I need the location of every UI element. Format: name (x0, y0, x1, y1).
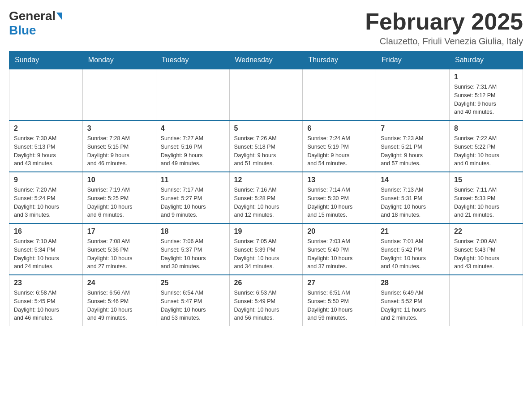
day-number: 5 (234, 124, 298, 133)
day-number: 25 (161, 279, 225, 287)
calendar-table: SundayMondayTuesdayWednesdayThursdayFrid… (9, 51, 523, 326)
calendar-cell: 15Sunrise: 7:11 AM Sunset: 5:33 PM Dayli… (450, 172, 523, 223)
day-number: 1 (454, 73, 518, 81)
logo-arrow-icon (56, 13, 62, 20)
calendar-cell: 6Sunrise: 7:24 AM Sunset: 5:19 PM Daylig… (303, 120, 376, 172)
calendar-week-3: 9Sunrise: 7:20 AM Sunset: 5:24 PM Daylig… (9, 172, 523, 223)
month-title: February 2025 (365, 9, 523, 34)
day-number: 11 (161, 176, 225, 184)
calendar-cell: 22Sunrise: 7:00 AM Sunset: 5:43 PM Dayli… (450, 223, 523, 275)
day-info: Sunrise: 7:16 AM Sunset: 5:28 PM Dayligh… (234, 186, 298, 219)
calendar-cell: 28Sunrise: 6:49 AM Sunset: 5:52 PM Dayli… (376, 275, 450, 326)
day-info: Sunrise: 7:19 AM Sunset: 5:25 PM Dayligh… (87, 186, 151, 219)
day-info: Sunrise: 7:06 AM Sunset: 5:37 PM Dayligh… (161, 237, 225, 271)
day-info: Sunrise: 6:49 AM Sunset: 5:52 PM Dayligh… (381, 289, 445, 322)
weekday-header-monday: Monday (82, 51, 156, 69)
day-info: Sunrise: 7:08 AM Sunset: 5:36 PM Dayligh… (87, 237, 151, 271)
calendar-cell: 2Sunrise: 7:30 AM Sunset: 5:13 PM Daylig… (9, 120, 83, 172)
weekday-header-row: SundayMondayTuesdayWednesdayThursdayFrid… (9, 51, 523, 69)
calendar-cell: 13Sunrise: 7:14 AM Sunset: 5:30 PM Dayli… (303, 172, 376, 223)
day-number: 8 (454, 124, 518, 133)
calendar-cell (156, 69, 229, 120)
day-info: Sunrise: 7:31 AM Sunset: 5:12 PM Dayligh… (454, 83, 518, 116)
day-number: 26 (234, 279, 298, 287)
calendar-week-5: 23Sunrise: 6:58 AM Sunset: 5:45 PM Dayli… (9, 275, 523, 326)
day-info: Sunrise: 7:03 AM Sunset: 5:40 PM Dayligh… (307, 237, 371, 271)
location-title: Clauzetto, Friuli Venezia Giulia, Italy (365, 36, 523, 47)
day-number: 7 (381, 124, 445, 133)
day-info: Sunrise: 6:56 AM Sunset: 5:46 PM Dayligh… (87, 289, 151, 322)
day-number: 15 (454, 176, 518, 184)
day-info: Sunrise: 7:23 AM Sunset: 5:21 PM Dayligh… (381, 134, 445, 168)
title-block: February 2025 Clauzetto, Friuli Venezia … (365, 9, 523, 47)
calendar-week-1: 1Sunrise: 7:31 AM Sunset: 5:12 PM Daylig… (9, 69, 523, 120)
calendar-cell: 3Sunrise: 7:28 AM Sunset: 5:15 PM Daylig… (82, 120, 156, 172)
day-number: 9 (14, 176, 78, 184)
day-number: 24 (87, 279, 151, 287)
calendar-cell: 8Sunrise: 7:22 AM Sunset: 5:22 PM Daylig… (450, 120, 523, 172)
day-info: Sunrise: 7:26 AM Sunset: 5:18 PM Dayligh… (234, 134, 298, 168)
day-number: 13 (307, 176, 371, 184)
weekday-header-saturday: Saturday (450, 51, 523, 69)
day-number: 2 (14, 124, 78, 133)
calendar-cell: 18Sunrise: 7:06 AM Sunset: 5:37 PM Dayli… (156, 223, 229, 275)
day-number: 22 (454, 227, 518, 235)
day-info: Sunrise: 7:20 AM Sunset: 5:24 PM Dayligh… (14, 186, 78, 219)
calendar-cell (82, 69, 156, 120)
logo-blue-text: Blue (9, 23, 36, 37)
day-number: 17 (87, 227, 151, 235)
day-number: 16 (14, 227, 78, 235)
day-info: Sunrise: 6:54 AM Sunset: 5:47 PM Dayligh… (161, 289, 225, 322)
day-info: Sunrise: 7:00 AM Sunset: 5:43 PM Dayligh… (454, 237, 518, 271)
day-number: 3 (87, 124, 151, 133)
day-info: Sunrise: 7:22 AM Sunset: 5:22 PM Dayligh… (454, 134, 518, 168)
day-number: 23 (14, 279, 78, 287)
calendar-cell: 9Sunrise: 7:20 AM Sunset: 5:24 PM Daylig… (9, 172, 83, 223)
day-number: 21 (381, 227, 445, 235)
page-header: General Blue February 2025 Clauzetto, Fr… (9, 9, 523, 47)
calendar-cell: 21Sunrise: 7:01 AM Sunset: 5:42 PM Dayli… (376, 223, 450, 275)
day-info: Sunrise: 7:30 AM Sunset: 5:13 PM Dayligh… (14, 134, 78, 168)
calendar-cell: 25Sunrise: 6:54 AM Sunset: 5:47 PM Dayli… (156, 275, 229, 326)
calendar-cell: 1Sunrise: 7:31 AM Sunset: 5:12 PM Daylig… (450, 69, 523, 120)
calendar-cell: 24Sunrise: 6:56 AM Sunset: 5:46 PM Dayli… (82, 275, 156, 326)
calendar-cell: 11Sunrise: 7:17 AM Sunset: 5:27 PM Dayli… (156, 172, 229, 223)
calendar-cell: 7Sunrise: 7:23 AM Sunset: 5:21 PM Daylig… (376, 120, 450, 172)
day-info: Sunrise: 7:13 AM Sunset: 5:31 PM Dayligh… (381, 186, 445, 219)
calendar-cell (303, 69, 376, 120)
calendar-cell (376, 69, 450, 120)
calendar-cell: 4Sunrise: 7:27 AM Sunset: 5:16 PM Daylig… (156, 120, 229, 172)
day-info: Sunrise: 7:01 AM Sunset: 5:42 PM Dayligh… (381, 237, 445, 271)
day-info: Sunrise: 7:14 AM Sunset: 5:30 PM Dayligh… (307, 186, 371, 219)
day-info: Sunrise: 6:58 AM Sunset: 5:45 PM Dayligh… (14, 289, 78, 322)
day-number: 18 (161, 227, 225, 235)
calendar-cell: 27Sunrise: 6:51 AM Sunset: 5:50 PM Dayli… (303, 275, 376, 326)
calendar-cell (450, 275, 523, 326)
calendar-cell: 5Sunrise: 7:26 AM Sunset: 5:18 PM Daylig… (229, 120, 303, 172)
calendar-cell: 16Sunrise: 7:10 AM Sunset: 5:34 PM Dayli… (9, 223, 83, 275)
calendar-cell: 19Sunrise: 7:05 AM Sunset: 5:39 PM Dayli… (229, 223, 303, 275)
day-number: 12 (234, 176, 298, 184)
day-info: Sunrise: 7:24 AM Sunset: 5:19 PM Dayligh… (307, 134, 371, 168)
day-number: 28 (381, 279, 445, 287)
day-number: 4 (161, 124, 225, 133)
calendar-cell: 20Sunrise: 7:03 AM Sunset: 5:40 PM Dayli… (303, 223, 376, 275)
logo: General Blue (9, 9, 62, 38)
calendar-week-2: 2Sunrise: 7:30 AM Sunset: 5:13 PM Daylig… (9, 120, 523, 172)
calendar-cell: 12Sunrise: 7:16 AM Sunset: 5:28 PM Dayli… (229, 172, 303, 223)
weekday-header-thursday: Thursday (303, 51, 376, 69)
day-info: Sunrise: 6:53 AM Sunset: 5:49 PM Dayligh… (234, 289, 298, 322)
day-number: 6 (307, 124, 371, 133)
day-number: 10 (87, 176, 151, 184)
day-info: Sunrise: 6:51 AM Sunset: 5:50 PM Dayligh… (307, 289, 371, 322)
day-number: 19 (234, 227, 298, 235)
day-info: Sunrise: 7:17 AM Sunset: 5:27 PM Dayligh… (161, 186, 225, 219)
weekday-header-wednesday: Wednesday (229, 51, 303, 69)
calendar-week-4: 16Sunrise: 7:10 AM Sunset: 5:34 PM Dayli… (9, 223, 523, 275)
day-number: 27 (307, 279, 371, 287)
day-info: Sunrise: 7:28 AM Sunset: 5:15 PM Dayligh… (87, 134, 151, 168)
day-info: Sunrise: 7:27 AM Sunset: 5:16 PM Dayligh… (161, 134, 225, 168)
day-info: Sunrise: 7:10 AM Sunset: 5:34 PM Dayligh… (14, 237, 78, 271)
logo-general-text: General (9, 9, 56, 23)
day-info: Sunrise: 7:05 AM Sunset: 5:39 PM Dayligh… (234, 237, 298, 271)
